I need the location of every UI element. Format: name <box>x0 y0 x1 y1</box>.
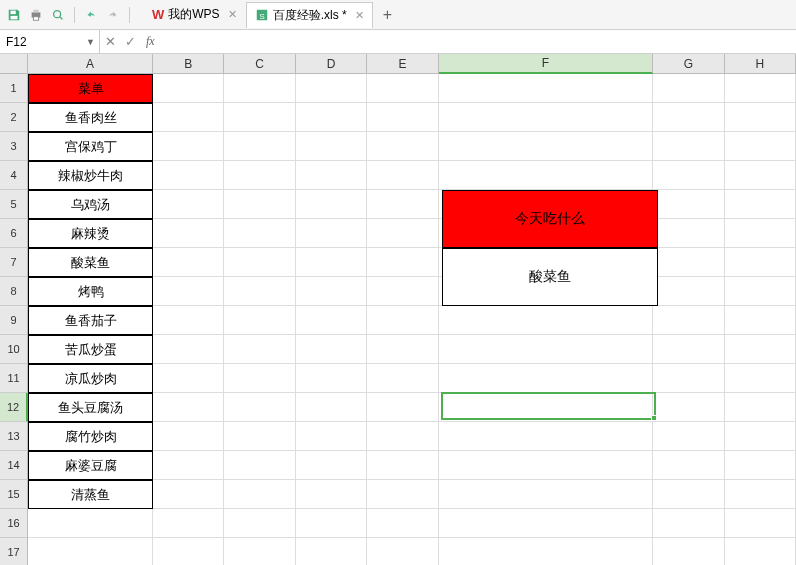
column-header[interactable]: B <box>153 54 224 74</box>
cell[interactable] <box>367 422 438 451</box>
select-all-corner[interactable] <box>0 54 28 74</box>
cell[interactable] <box>296 103 367 132</box>
row-header[interactable]: 14 <box>0 451 28 480</box>
cancel-formula-icon[interactable]: ✕ <box>100 34 120 49</box>
column-header[interactable]: G <box>653 54 724 74</box>
cell[interactable] <box>296 190 367 219</box>
cell[interactable] <box>367 335 438 364</box>
cell[interactable] <box>725 161 796 190</box>
cell[interactable] <box>153 364 224 393</box>
cell[interactable] <box>725 190 796 219</box>
cell[interactable] <box>653 422 724 451</box>
cell[interactable] <box>439 364 653 393</box>
cell[interactable] <box>725 103 796 132</box>
column-header[interactable]: F <box>439 54 653 74</box>
cell[interactable] <box>224 219 295 248</box>
cell[interactable]: 鱼头豆腐汤 <box>28 393 153 422</box>
cell[interactable] <box>653 132 724 161</box>
column-header[interactable]: A <box>28 54 153 74</box>
cell[interactable] <box>296 74 367 103</box>
undo-icon[interactable] <box>81 5 101 25</box>
cell[interactable] <box>153 422 224 451</box>
tab-document[interactable]: S 百度经验.xls * ✕ <box>246 2 373 28</box>
column-header[interactable]: C <box>224 54 295 74</box>
cell[interactable] <box>439 306 653 335</box>
cell[interactable] <box>439 538 653 565</box>
cell[interactable] <box>653 219 724 248</box>
close-icon[interactable]: ✕ <box>355 9 364 22</box>
cell[interactable]: 辣椒炒牛肉 <box>28 161 153 190</box>
row-header[interactable]: 2 <box>0 103 28 132</box>
cell[interactable] <box>653 161 724 190</box>
cell[interactable] <box>367 132 438 161</box>
cell[interactable] <box>725 422 796 451</box>
cell[interactable] <box>296 335 367 364</box>
cell[interactable] <box>725 277 796 306</box>
cells-grid[interactable]: 菜单鱼香肉丝宫保鸡丁辣椒炒牛肉乌鸡汤麻辣烫酸菜鱼烤鸭鱼香茄子苦瓜炒蛋凉瓜炒肉鱼头… <box>28 74 796 565</box>
cell[interactable] <box>653 335 724 364</box>
row-header[interactable]: 10 <box>0 335 28 364</box>
cell[interactable]: 腐竹炒肉 <box>28 422 153 451</box>
row-header[interactable]: 1 <box>0 74 28 103</box>
today-eat-value[interactable]: 酸菜鱼 <box>442 248 658 306</box>
accept-formula-icon[interactable]: ✓ <box>120 34 140 49</box>
cell[interactable] <box>224 248 295 277</box>
cell[interactable] <box>725 74 796 103</box>
cell[interactable]: 苦瓜炒蛋 <box>28 335 153 364</box>
cell[interactable] <box>296 364 367 393</box>
row-header[interactable]: 16 <box>0 509 28 538</box>
save-icon[interactable] <box>4 5 24 25</box>
fx-label[interactable]: fx <box>140 34 161 49</box>
cell[interactable] <box>653 306 724 335</box>
cell[interactable] <box>725 335 796 364</box>
cell[interactable] <box>153 132 224 161</box>
cell[interactable] <box>224 277 295 306</box>
cell[interactable] <box>153 538 224 565</box>
cell[interactable]: 凉瓜炒肉 <box>28 364 153 393</box>
cell[interactable] <box>153 335 224 364</box>
cell[interactable] <box>439 161 653 190</box>
cell[interactable] <box>725 538 796 565</box>
cell[interactable] <box>725 451 796 480</box>
cell[interactable] <box>367 451 438 480</box>
cell[interactable]: 麻辣烫 <box>28 219 153 248</box>
cell[interactable] <box>439 74 653 103</box>
cell[interactable]: 鱼香茄子 <box>28 306 153 335</box>
cell[interactable] <box>725 306 796 335</box>
cell[interactable] <box>153 161 224 190</box>
cell[interactable] <box>367 248 438 277</box>
cell[interactable] <box>153 277 224 306</box>
cell[interactable]: 清蒸鱼 <box>28 480 153 509</box>
cell[interactable] <box>725 219 796 248</box>
cell[interactable]: 宫保鸡丁 <box>28 132 153 161</box>
cell[interactable] <box>367 364 438 393</box>
cell[interactable]: 麻婆豆腐 <box>28 451 153 480</box>
cell[interactable] <box>439 451 653 480</box>
cell[interactable] <box>367 219 438 248</box>
column-header[interactable]: D <box>296 54 367 74</box>
cell[interactable] <box>653 451 724 480</box>
add-tab-button[interactable]: + <box>373 6 402 24</box>
cell[interactable] <box>153 509 224 538</box>
cell[interactable] <box>224 364 295 393</box>
cell[interactable] <box>367 306 438 335</box>
cell[interactable] <box>224 74 295 103</box>
row-header[interactable]: 5 <box>0 190 28 219</box>
cell[interactable] <box>439 422 653 451</box>
cell[interactable] <box>439 103 653 132</box>
cell[interactable] <box>296 132 367 161</box>
cell[interactable] <box>153 74 224 103</box>
cell[interactable] <box>296 451 367 480</box>
cell[interactable] <box>725 248 796 277</box>
cell[interactable]: 酸菜鱼 <box>28 248 153 277</box>
cell[interactable] <box>653 74 724 103</box>
cell[interactable]: 鱼香肉丝 <box>28 103 153 132</box>
formula-input[interactable] <box>161 30 796 53</box>
cell[interactable] <box>153 480 224 509</box>
row-header[interactable]: 6 <box>0 219 28 248</box>
cell[interactable] <box>367 190 438 219</box>
print-preview-icon[interactable] <box>48 5 68 25</box>
cell[interactable] <box>439 132 653 161</box>
cell[interactable] <box>224 480 295 509</box>
cell[interactable] <box>439 480 653 509</box>
